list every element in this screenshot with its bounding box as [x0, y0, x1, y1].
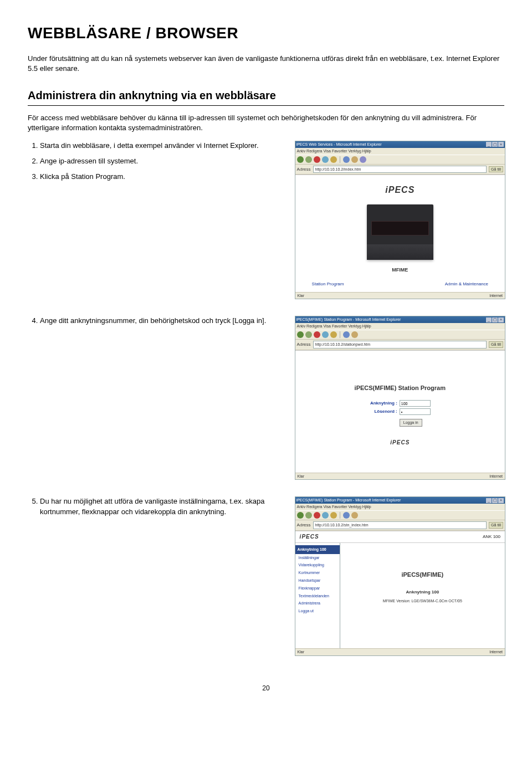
sidebar-item: Administrera: [295, 599, 340, 607]
admin-maintenance-link: Admin & Maintenance: [445, 281, 488, 287]
toolbar: [295, 330, 505, 340]
menubar: Arkiv Redigera Visa Favoriter Verktyg Hj…: [295, 323, 505, 330]
history-icon: [360, 156, 366, 163]
stop-icon: [314, 512, 320, 519]
minimize-icon: _: [486, 142, 492, 147]
steps-list-c: Du har nu möjlighet att utföra de vanlig…: [28, 496, 285, 516]
forward-icon: [305, 331, 312, 338]
page-title: WEBBLÄSARE / BROWSER: [28, 22, 504, 44]
login-button: Logga in: [400, 419, 422, 427]
home-icon: [330, 331, 337, 338]
status-right: Internet: [489, 293, 503, 299]
ipecs-logo: iPECS: [295, 175, 505, 201]
toolbar-divider: [340, 156, 340, 163]
close-icon: ×: [498, 142, 504, 147]
sidebar-head: Anknytning 100: [295, 545, 340, 554]
close-icon: ×: [498, 498, 504, 503]
refresh-icon: [322, 156, 329, 163]
favorites-icon: [351, 156, 358, 163]
minimize-icon: _: [486, 317, 492, 322]
screenshot-2: iPECS(MFIME) Station Program - Microsoft…: [295, 316, 505, 480]
toolbar-divider: [340, 331, 340, 338]
ipecs-logo: iPECS: [295, 439, 505, 447]
go-button: Gå till: [489, 522, 503, 529]
login-title: iPECS(MFIME) Station Program: [295, 384, 505, 392]
home-icon: [330, 512, 337, 519]
status-left: Klar: [298, 649, 304, 655]
login-form: Anknytning : Lösenord : Logga in: [370, 400, 431, 427]
section-title: Administrera din anknytning via en webbl…: [28, 88, 504, 103]
extension-input: [400, 400, 431, 407]
close-icon: ×: [498, 317, 504, 322]
intro-text: Under förutsättning att du kan nå system…: [28, 54, 504, 74]
steps-list-b: Ange ditt anknytningsnummer, din behörig…: [28, 316, 285, 326]
stop-icon: [314, 156, 320, 163]
page-number: 20: [28, 684, 504, 693]
sidebar-item: Vidarekoppling: [295, 561, 340, 569]
password-label: Lösenord :: [370, 408, 397, 414]
back-icon: [297, 512, 304, 519]
favorites-icon: [351, 512, 358, 519]
sidebar-item: Flexknappar: [295, 585, 340, 592]
section-divider: [28, 105, 504, 106]
sidebar-item: Textmeddelanden: [295, 592, 340, 600]
search-icon: [343, 331, 350, 338]
section-intro: För access med webbläsare behöver du kän…: [28, 113, 504, 133]
window-title: iPECS(MFIME) Station Program - Microsoft…: [296, 498, 401, 503]
sidebar-item: Logga ut: [295, 607, 340, 615]
address-label: Adress: [297, 341, 311, 347]
window-title: iPECS(MFIME) Station Program - Microsoft…: [296, 317, 401, 322]
screenshot-3: iPECS(MFIME) Station Program - Microsoft…: [295, 496, 505, 655]
main-version: MFIME Version: LGE/SW36M-C.0Cm OCT/05: [340, 598, 505, 604]
step-5: Du har nu möjlighet att utföra de vanlig…: [40, 496, 285, 516]
address-label: Adress: [297, 166, 311, 172]
refresh-icon: [322, 512, 329, 519]
main-sub: Anknytning 100: [340, 589, 505, 595]
toolbar: [295, 155, 505, 165]
maximize-icon: ▢: [492, 317, 498, 322]
forward-icon: [305, 512, 312, 519]
menubar: Arkiv Redigera Visa Favoriter Verktyg Hj…: [295, 504, 505, 510]
favorites-icon: [351, 331, 358, 338]
address-field: http://10.10.10.2/stationpwd.htm: [313, 341, 487, 349]
minimize-icon: _: [486, 498, 492, 503]
main-title: iPECS(MFIME): [340, 571, 505, 579]
address-field: http://10.10.10.2/index.htm: [313, 166, 487, 173]
steps-list-a: Starta din webbläsare, i detta exempel a…: [28, 141, 285, 182]
step-1: Starta din webbläsare, i detta exempel a…: [40, 141, 285, 151]
step-3: Klicka på Station Program.: [40, 172, 285, 182]
back-icon: [297, 156, 304, 163]
status-left: Klar: [298, 474, 304, 479]
step-2: Ange ip-adressen till systemet.: [40, 156, 285, 166]
search-icon: [343, 156, 350, 163]
refresh-icon: [322, 331, 329, 338]
back-icon: [297, 331, 304, 338]
sidebar-item: Kortnummer: [295, 569, 340, 577]
sidebar-item: Handsetspar: [295, 577, 340, 585]
ipecs-logo: iPECS: [300, 533, 319, 541]
station-program-link: Station Program: [312, 281, 344, 287]
forward-icon: [305, 156, 312, 163]
device-image: [367, 204, 433, 260]
menubar: Arkiv Redigera Visa Favoriter Verktyg Hj…: [295, 148, 505, 155]
screenshot-1: iPECS Web Services - Microsoft Internet …: [295, 141, 505, 299]
sidebar: Anknytning 100 Inställningar Vidarekoppl…: [295, 543, 340, 648]
step-4: Ange ditt anknytningsnummer, din behörig…: [40, 316, 285, 326]
toolbar-divider: [340, 512, 340, 519]
password-input: [400, 408, 431, 415]
status-left: Klar: [298, 293, 304, 299]
home-icon: [330, 156, 337, 163]
sidebar-item: Inställningar: [295, 554, 340, 562]
header-station: ANK 100: [483, 534, 500, 540]
maximize-icon: ▢: [492, 498, 498, 503]
address-field: http://10.10.10.2/stn_index.htm: [313, 521, 487, 529]
maximize-icon: ▢: [492, 142, 498, 147]
status-right: Internet: [489, 474, 503, 479]
window-title: iPECS Web Services - Microsoft Internet …: [296, 142, 382, 147]
stop-icon: [314, 331, 320, 338]
go-button: Gå till: [489, 166, 503, 173]
go-button: Gå till: [489, 341, 503, 348]
toolbar: [295, 510, 505, 520]
status-right: Internet: [489, 649, 503, 655]
extension-label: Anknytning :: [370, 400, 397, 406]
